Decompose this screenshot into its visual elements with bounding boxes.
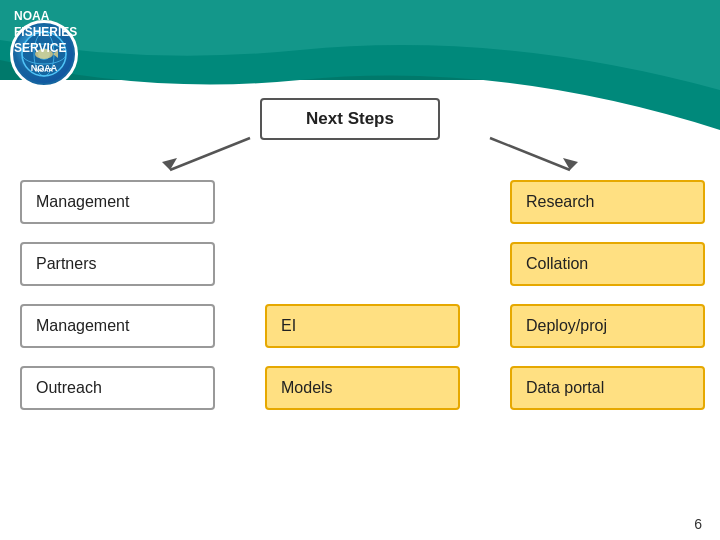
outreach-label: Outreach [36,379,102,397]
org-line1: NOAA [14,9,49,23]
research-label: Research [526,193,594,211]
partners-label: Partners [36,255,96,273]
page-number-value: 6 [694,516,702,532]
collation-label: Collation [526,255,588,273]
empty-cell-r1c2 [265,180,460,224]
svg-line-7 [170,138,250,170]
svg-text:NOAA: NOAA [35,67,53,73]
management-label-2: Management [36,317,129,335]
org-label: NOAA FISHERIES SERVICE [14,8,77,57]
models-label: Models [281,379,333,397]
svg-line-9 [490,138,570,170]
deploy-proj-label: Deploy/proj [526,317,607,335]
collation-box: Collation [510,242,705,286]
data-portal-label: Data portal [526,379,604,397]
empty-cell-r2c2 [265,242,460,286]
page-number: 6 [694,516,702,532]
models-box: Models [265,366,460,410]
org-line2: FISHERIES [14,25,77,39]
next-steps-label: Next Steps [306,109,394,129]
outreach-box: Outreach [20,366,215,410]
data-portal-box: Data portal [510,366,705,410]
grid-container: Management Research Partners Collation M… [20,180,700,410]
deploy-proj-box: Deploy/proj [510,304,705,348]
research-box: Research [510,180,705,224]
management-box-1: Management [20,180,215,224]
ei-label: EI [281,317,296,335]
org-line3: SERVICE [14,41,66,55]
partners-box: Partners [20,242,215,286]
management-label-1: Management [36,193,129,211]
next-steps-box: Next Steps [260,98,440,140]
management-box-2: Management [20,304,215,348]
ei-box: EI [265,304,460,348]
